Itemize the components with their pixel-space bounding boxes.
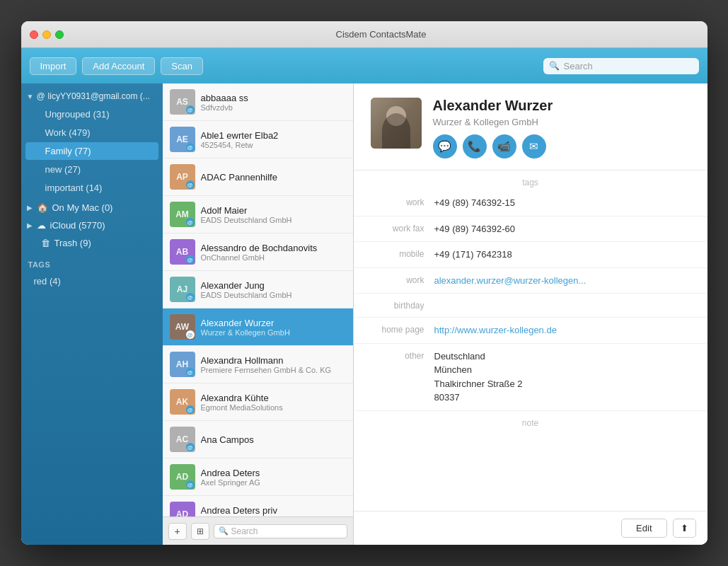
contact-name: Alexandra Hollmann bbox=[201, 355, 346, 366]
contact-name: Alexandra Kühte bbox=[201, 393, 346, 403]
close-button[interactable] bbox=[30, 30, 38, 39]
at-badge: @ bbox=[186, 405, 195, 414]
sidebar-item-family[interactable]: Family (77) bbox=[25, 142, 158, 160]
contact-item[interactable]: AE @ Able1 ewrter Elba2 4525454, Retw bbox=[163, 121, 353, 158]
sidebar-item-new[interactable]: new (27) bbox=[25, 161, 158, 178]
detail-company: Wurzer & Kollegen GmbH bbox=[433, 117, 553, 127]
contact-name: ADAC Pannenhilfe bbox=[201, 172, 346, 183]
share-button[interactable]: ⬆ bbox=[673, 519, 696, 538]
contact-info: ADAC Pannenhilfe bbox=[201, 172, 346, 183]
sidebar-item-work[interactable]: Work (479) bbox=[25, 124, 158, 142]
contact-name: abbaaaa ss bbox=[201, 93, 346, 103]
contact-info: Andrea Deters Axel Springer AG bbox=[201, 468, 346, 487]
contact-info: Alexandra Hollmann Premiere Fernsehen Gm… bbox=[201, 355, 346, 374]
detail-footer: Edit ⬆ bbox=[354, 511, 707, 545]
contact-avatar: AD @ bbox=[170, 502, 195, 516]
contact-avatar: AK @ bbox=[170, 389, 195, 415]
contact-name: Alexander Jung bbox=[201, 280, 346, 291]
email-button[interactable]: ✉ bbox=[522, 134, 546, 158]
traffic-lights bbox=[30, 30, 64, 39]
contact-info: Alessandro de Bochdanovits OnChannel Gmb… bbox=[201, 243, 346, 262]
contact-item[interactable]: AD @ Andrea Deters Axel Springer AG bbox=[163, 458, 353, 496]
message-button[interactable]: 💬 bbox=[433, 134, 457, 158]
tags-section: Tags red (4) bbox=[21, 252, 163, 293]
sidebar-item-icloud[interactable]: ▶ ☁ iCloud (5770) bbox=[21, 216, 163, 234]
view-toggle-button[interactable]: ⊞ bbox=[191, 523, 209, 540]
contact-item[interactable]: AS @ abbaaaa ss Sdfvzdvb bbox=[163, 83, 353, 121]
detail-body: tags work +49 (89) 746392-15 work fax +4… bbox=[354, 171, 707, 511]
contact-item[interactable]: AJ @ Alexander Jung EADS Deutschland Gmb… bbox=[163, 271, 353, 308]
tags-section-header: tags bbox=[354, 171, 707, 190]
list-search-bar[interactable]: 🔍 bbox=[214, 524, 347, 538]
account-header[interactable]: ▼ @ licyYY0931@gmail.com (... bbox=[21, 88, 163, 105]
detail-label-homepage: home page bbox=[371, 323, 434, 335]
detail-info: Alexander Wurzer Wurzer & Kollegen GmbH … bbox=[433, 98, 553, 158]
tag-item-red[interactable]: red (4) bbox=[28, 273, 156, 289]
detail-value-work-phone: +49 (89) 746392-15 bbox=[434, 196, 691, 210]
contact-item[interactable]: AK @ Alexandra Kühte Egmont MediaSolutio… bbox=[163, 383, 353, 421]
at-badge: @ bbox=[186, 443, 195, 451]
scan-button[interactable]: Scan bbox=[161, 57, 203, 75]
detail-header: Alexander Wurzer Wurzer & Kollegen GmbH … bbox=[354, 83, 707, 171]
contact-item[interactable]: AH @ Alexandra Hollmann Premiere Fernseh… bbox=[163, 346, 353, 383]
account-label: licyYY0931@gmail.com (... bbox=[48, 91, 150, 101]
edit-button[interactable]: Edit bbox=[621, 519, 666, 538]
share-icon: ⬆ bbox=[681, 523, 688, 533]
contact-item[interactable]: AM @ Adolf Maier EADS Deutschland GmbH bbox=[163, 196, 353, 233]
contact-avatar: AE @ bbox=[170, 127, 195, 152]
add-contact-button[interactable]: + bbox=[168, 523, 187, 540]
contact-avatar: AH @ bbox=[170, 352, 195, 377]
sidebar-item-trash[interactable]: 🗑 Trash (9) bbox=[21, 234, 163, 252]
sidebar: ▼ @ licyYY0931@gmail.com (... Ungrouped … bbox=[21, 83, 163, 545]
sidebar-item-ungrouped[interactable]: Ungrouped (31) bbox=[25, 105, 158, 123]
contact-item[interactable]: AP @ ADAC Pannenhilfe bbox=[163, 158, 353, 196]
avatar-body bbox=[382, 113, 410, 149]
detail-value-homepage[interactable]: http://www.wurzer-kollegen.de bbox=[434, 323, 691, 337]
sidebar-item-important[interactable]: important (14) bbox=[25, 179, 158, 197]
contact-avatar: AS @ bbox=[170, 89, 195, 115]
call-button[interactable]: 📞 bbox=[463, 134, 487, 158]
contact-name: Adolf Maier bbox=[201, 205, 346, 216]
at-badge: @ bbox=[186, 480, 195, 489]
sidebar-item-on-my-mac[interactable]: ▶ 🏠 On My Mac (0) bbox=[21, 199, 163, 216]
contact-subtitle: Egmont MediaSolutions bbox=[201, 403, 346, 412]
at-badge: @ bbox=[186, 330, 195, 339]
contact-item[interactable]: AC @ Ana Campos bbox=[163, 421, 353, 458]
detail-row-work-phone: work +49 (89) 746392-15 bbox=[354, 190, 707, 216]
contact-info: Alexander Wurzer Wurzer & Kollegen GmbH bbox=[201, 318, 346, 337]
detail-label-work: work bbox=[371, 196, 434, 207]
detail-value-work-fax: +49 (89) 746392-60 bbox=[434, 222, 691, 236]
minimize-button[interactable] bbox=[42, 30, 51, 39]
contact-info: Alexandra Kühte Egmont MediaSolutions bbox=[201, 393, 346, 412]
maximize-button[interactable] bbox=[55, 30, 64, 39]
contact-subtitle: Sdfvzdvb bbox=[201, 103, 346, 112]
contact-item[interactable]: AB @ Alessandro de Bochdanovits OnChanne… bbox=[163, 233, 353, 271]
detail-value-email[interactable]: alexander.wurzer@wurzer-kollegen... bbox=[434, 274, 691, 288]
contact-info: abbaaaa ss Sdfvzdvb bbox=[201, 93, 346, 112]
contact-list-scroll[interactable]: AS @ abbaaaa ss Sdfvzdvb AE @ Able1 ewrt… bbox=[163, 83, 353, 516]
contact-avatar: AJ @ bbox=[170, 277, 195, 302]
at-badge: @ bbox=[186, 255, 195, 264]
list-search-input[interactable] bbox=[231, 526, 342, 536]
list-search-icon: 🔍 bbox=[219, 526, 229, 536]
cloud-icon: ☁ bbox=[37, 220, 46, 231]
detail-row-email: work alexander.wurzer@wurzer-kollegen... bbox=[354, 268, 707, 294]
contact-item[interactable]: AD @ Andrea Deters priv Andrea Deters bbox=[163, 496, 353, 516]
global-search-bar[interactable]: 🔍 bbox=[543, 58, 699, 74]
contact-subtitle: Axel Springer AG bbox=[201, 478, 346, 487]
import-button[interactable]: Import bbox=[30, 57, 77, 75]
contact-subtitle: EADS Deutschland GmbH bbox=[201, 291, 346, 299]
detail-label-address: other bbox=[371, 350, 434, 361]
contact-name: Alexander Wurzer bbox=[201, 318, 346, 328]
contact-name: Ana Campos bbox=[201, 434, 346, 445]
detail-row-mobile: mobile +49 (171) 7642318 bbox=[354, 242, 707, 268]
contact-avatar: AP @ bbox=[170, 164, 195, 190]
facetime-button[interactable]: 📹 bbox=[492, 134, 516, 158]
contact-item[interactable]: AW @ Alexander Wurzer Wurzer & Kollegen … bbox=[163, 308, 353, 346]
global-search-input[interactable] bbox=[564, 61, 693, 71]
at-badge: @ bbox=[186, 218, 195, 226]
main-body: ▼ @ licyYY0931@gmail.com (... Ungrouped … bbox=[21, 83, 707, 545]
chevron-right-icon: ▶ bbox=[27, 204, 33, 212]
add-account-button[interactable]: Add Account bbox=[82, 57, 155, 75]
mac-icon: 🏠 bbox=[37, 202, 48, 213]
